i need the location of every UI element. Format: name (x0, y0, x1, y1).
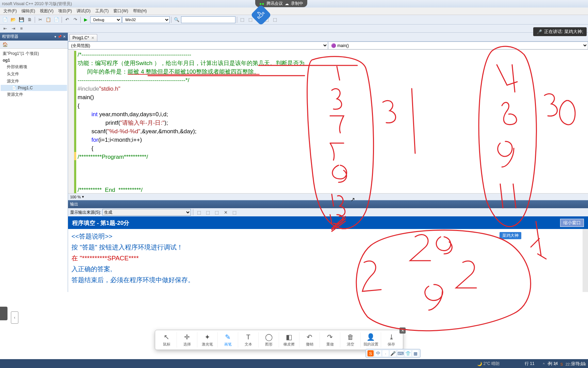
speaking-label: 正在讲话: 菜鸡大神; (544, 29, 583, 35)
scope-combo-right[interactable]: 🟣 main() (328, 42, 588, 49)
tool-a-icon[interactable]: ⬚ (239, 16, 246, 24)
output-btn4-icon[interactable]: ✕ (222, 209, 229, 216)
new-icon[interactable]: 📄 (1, 16, 9, 24)
status-line: 行 11 (525, 361, 535, 367)
exercise-title: 程序填空 - 第1题-20分 (72, 219, 129, 227)
solution-tree[interactable]: 案"Prog1"(1 个项目) og1 外部依赖项 头文件 源文件 📄 Prog… (0, 49, 68, 292)
tray-up-icon[interactable]: ^ (543, 362, 544, 366)
tree-folder-source[interactable]: 源文件 (1, 78, 67, 85)
draw-重做-button[interactable]: ↷重做 (320, 332, 340, 348)
output-btn1-icon[interactable]: ⬚ (195, 209, 203, 216)
output-btn5-icon[interactable]: ⬚ (231, 209, 238, 216)
zoom-value[interactable]: 100 % (70, 195, 81, 199)
weather-widget[interactable]: 🌙 2°C 晴朗 (477, 361, 500, 367)
solution-header: 程管理器 ▾ 📌 ✕ (0, 33, 68, 41)
saveall-icon[interactable]: 🗎 (26, 16, 33, 24)
zoom-dropdown-icon[interactable]: ▾ (82, 195, 84, 199)
menu-project[interactable]: 项目(P) (56, 7, 74, 15)
ime-skin-icon[interactable]: 👕 (405, 350, 411, 356)
draw-画笔-button[interactable]: ✎画笔 (218, 332, 238, 348)
menu-help[interactable]: 帮助(H) (131, 7, 149, 15)
moon-icon: 🌙 (477, 362, 482, 366)
tree-solution[interactable]: 案"Prog1"(1 个项目) (1, 50, 67, 57)
dropdown-icon[interactable]: ▾ (54, 35, 56, 39)
ime-s-icon[interactable]: S (368, 350, 374, 356)
code-editor[interactable]: /*--------------------------------------… (68, 50, 588, 193)
draw-橡皮擦-button[interactable]: ◧橡皮擦 (279, 332, 299, 348)
save-icon[interactable]: 💾 (18, 16, 25, 24)
output-source-combo[interactable]: 生成 (102, 209, 191, 216)
scope-combo-left[interactable]: (全局范围) (68, 42, 328, 49)
copy-icon[interactable]: 📋 (45, 16, 52, 24)
tree-folder-headers[interactable]: 头文件 (1, 71, 67, 78)
menu-edit[interactable]: 编辑(E) (19, 7, 37, 15)
draw-文本-button[interactable]: T文本 (238, 332, 259, 348)
ime-kbd-icon[interactable]: ⌨ (397, 350, 404, 356)
draw-图形-button[interactable]: ◯图形 (259, 332, 279, 348)
draw-鼠标-button[interactable]: ↖鼠标 (157, 332, 177, 348)
tray-ime2[interactable]: 中 (554, 362, 558, 367)
draw-清空-button[interactable]: 🗑清空 (340, 332, 361, 348)
tree-file-prog1[interactable]: 📄 Prog1.C (1, 85, 67, 91)
zoom-bar: 100 % ▾ (68, 193, 588, 200)
exercise-scrollbar[interactable] (583, 229, 588, 292)
left-strip[interactable] (0, 307, 7, 320)
pin-icon[interactable]: 📌 (58, 35, 62, 39)
code-text[interactable]: /*--------------------------------------… (78, 51, 305, 193)
menu-window[interactable]: 窗口(W) (111, 7, 130, 15)
config-combo[interactable]: Debug (90, 16, 121, 23)
left-chevron-button[interactable]: ‹ (11, 311, 18, 324)
ime-grid-icon[interactable]: ▦ (412, 350, 419, 356)
output-btn2-icon[interactable]: ⬚ (204, 209, 212, 216)
tray-ime[interactable]: 中 (548, 362, 551, 367)
draw-label: 保存 (388, 342, 395, 347)
cut-icon[interactable]: ✂ (36, 16, 44, 24)
tree-folder-resource[interactable]: 资源文件 (1, 91, 67, 98)
user-float-label: 菜鸡大神 (500, 232, 521, 239)
editor-tab-prog1[interactable]: Prog1.C* ✕ (69, 34, 97, 41)
redo-icon[interactable]: ↷ (71, 16, 79, 24)
main-area: 程管理器 ▾ 📌 ✕ 🏠 案"Prog1"(1 个项目) og1 外部依赖项 头… (0, 33, 588, 292)
menu-debug[interactable]: 调试(D) (75, 7, 93, 15)
draw-我的设置-button[interactable]: 👤我的设置 (361, 332, 381, 348)
draw-保存-button[interactable]: ⤓保存 (381, 332, 402, 348)
menu-file[interactable]: 文件(F) (1, 7, 19, 15)
draw-label: 图形 (265, 342, 273, 347)
output-btn3-icon[interactable]: ⬚ (213, 209, 220, 216)
ime-mic-icon[interactable]: 🎤 (390, 350, 396, 356)
ime-punct-icon[interactable]: · (382, 350, 389, 356)
menu-tools[interactable]: 工具(T) (93, 7, 111, 15)
draw-选择-button[interactable]: ✛选择 (177, 332, 197, 348)
cursor-arrow-icon: ↗ (350, 196, 355, 203)
tree-folder-external[interactable]: 外部依赖项 (1, 63, 67, 71)
search-box[interactable] (181, 16, 235, 23)
platform-combo[interactable]: Win32 (122, 16, 170, 23)
solution-toolbar: 🏠 (0, 41, 68, 49)
find-icon[interactable]: 🔍 (173, 16, 180, 24)
draw-激光笔-button[interactable]: ✦激光笔 (197, 332, 218, 348)
draw-label: 重做 (326, 342, 334, 347)
home-icon[interactable]: 🏠 (1, 41, 9, 48)
recording-status: 录制中 (291, 1, 303, 6)
undo-icon[interactable]: ↶ (63, 16, 71, 24)
close-icon[interactable]: ✕ (63, 35, 66, 39)
tray-sogou-icon[interactable]: S (560, 362, 563, 366)
draw-撤销-button[interactable]: ↶撤销 (299, 332, 320, 348)
menu-view[interactable]: 视图(V) (38, 7, 55, 15)
ime-zh-icon[interactable]: 中 (375, 350, 381, 356)
tab-close-icon[interactable]: ✕ (91, 36, 94, 40)
open-icon[interactable]: 📂 (10, 16, 17, 24)
indent-right-icon[interactable]: ⇥ (10, 25, 17, 32)
solution-title: 程管理器 (2, 34, 18, 40)
shrink-window-button[interactable]: 缩小窗口 (560, 219, 584, 227)
paste-icon[interactable]: 📄 (53, 16, 60, 24)
start-debug-icon[interactable]: ▶ (82, 16, 89, 24)
indent-left-icon[interactable]: ⇤ (1, 25, 9, 32)
comment-icon[interactable]: ≡ (18, 25, 25, 32)
tree-project[interactable]: og1 (1, 57, 67, 63)
ime-bar[interactable]: S 中 · 🎤 ⌨ 👕 ▦ (365, 349, 421, 358)
drawbar-close-icon[interactable]: ✕ (399, 327, 406, 334)
output-source-label: 显示输出来源(S): (70, 210, 101, 215)
system-tray[interactable]: ^ 中 中 S 22:33 2023 (543, 362, 586, 367)
tool-e-icon[interactable]: ⬚ (271, 16, 279, 24)
